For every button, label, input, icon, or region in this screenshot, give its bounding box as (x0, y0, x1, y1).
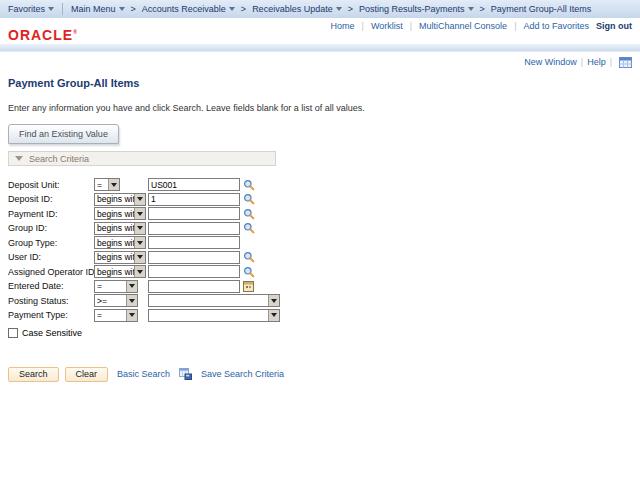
favorites-menu[interactable]: Favorites (6, 4, 56, 14)
help-link[interactable]: Help (587, 57, 606, 67)
payment-type-select[interactable] (148, 309, 280, 322)
page-instructions: Enter any information you have and click… (8, 103, 632, 113)
operator-value: = (95, 281, 126, 291)
divider: | (610, 57, 612, 67)
operator-value: = (95, 180, 108, 190)
chevron-down-icon (268, 295, 279, 306)
operator-value: = (95, 310, 126, 320)
payment-type-operator-select[interactable]: = (94, 309, 138, 322)
deposit-id-operator-select[interactable]: begins with (94, 193, 146, 206)
multichannel-console-link[interactable]: MultiChannel Console (419, 21, 507, 31)
search-row-user-id: User ID: begins with (8, 251, 632, 264)
save-search-criteria-link[interactable]: Save Search Criteria (201, 369, 284, 379)
chevron-down-icon (229, 7, 235, 11)
breadcrumb-label: Payment Group-All Items (491, 4, 592, 14)
user-id-input[interactable] (148, 251, 240, 264)
payment-type-label: Payment Type: (8, 310, 94, 320)
group-type-operator-select[interactable]: begins with (94, 236, 146, 249)
posting-status-select[interactable] (148, 294, 280, 307)
chevron-down-icon (134, 208, 145, 219)
case-sensitive-label: Case Sensitive (22, 328, 82, 338)
page-content: New Window | Help | Payment Group-All It… (0, 56, 640, 382)
registered-mark: ® (73, 29, 77, 35)
breadcrumb-item-receivables-update[interactable]: Receivables Update (250, 4, 344, 14)
favorites-label: Favorites (8, 4, 45, 14)
action-bar: Search Clear Basic Search Save Search Cr… (8, 367, 632, 382)
breadcrumb-item-posting-results[interactable]: Posting Results-Payments (357, 4, 476, 14)
deposit-unit-operator-select[interactable]: = (94, 178, 120, 191)
chevron-down-icon (108, 179, 119, 190)
entered-date-operator-select[interactable]: = (94, 280, 138, 293)
operator-value: begins with (95, 267, 134, 277)
entered-date-input[interactable] (148, 280, 240, 293)
group-id-label: Group ID: (8, 223, 94, 233)
lookup-icon[interactable] (243, 251, 255, 263)
breadcrumb: Favorites Main Menu > Accounts Receivabl… (0, 0, 640, 18)
lookup-icon[interactable] (243, 208, 255, 220)
chevron-down-icon (468, 7, 474, 11)
deposit-unit-label: Deposit Unit: (8, 180, 94, 190)
save-search-icon[interactable] (179, 368, 192, 380)
posting-status-label: Posting Status: (8, 296, 94, 306)
worklist-link[interactable]: Worklist (371, 21, 403, 31)
group-id-input[interactable] (148, 222, 240, 235)
tab-find-existing-value[interactable]: Find an Existing Value (8, 124, 119, 144)
oracle-logo: ORACLE® (8, 27, 77, 43)
header-accent-strip (0, 44, 640, 52)
search-row-deposit-unit: Deposit Unit: = (8, 178, 632, 191)
operator-value: begins with (95, 223, 134, 233)
lookup-icon[interactable] (243, 222, 255, 234)
chevron-down-icon (134, 266, 145, 277)
search-row-entered-date: Entered Date: = (8, 280, 632, 293)
search-criteria-header[interactable]: Search Criteria (8, 151, 276, 166)
user-id-label: User ID: (8, 252, 94, 262)
calendar-icon[interactable] (243, 280, 254, 292)
user-id-operator-select[interactable]: begins with (94, 251, 146, 264)
search-row-group-type: Group Type: begins with (8, 236, 632, 249)
grid-page-icon[interactable] (619, 57, 632, 68)
search-form: Deposit Unit: = Deposit ID: begins with (8, 178, 632, 338)
payment-id-label: Payment ID: (8, 209, 94, 219)
payment-id-operator-select[interactable]: begins with (94, 207, 146, 220)
assigned-operator-id-operator-select[interactable]: begins with (94, 265, 146, 278)
home-link[interactable]: Home (331, 21, 355, 31)
payment-id-input[interactable] (148, 207, 240, 220)
deposit-id-input[interactable] (148, 193, 240, 206)
search-row-posting-status: Posting Status: >= (8, 294, 632, 307)
breadcrumb-label: Posting Results-Payments (359, 4, 465, 14)
chevron-down-icon (126, 281, 137, 292)
utility-links: New Window | Help | (8, 56, 632, 68)
main-menu[interactable]: Main Menu (69, 4, 127, 14)
breadcrumb-separator: > (241, 4, 246, 14)
case-sensitive-checkbox[interactable] (8, 328, 18, 338)
breadcrumb-separator: > (131, 4, 136, 14)
add-to-favorites-link[interactable]: Add to Favorites (523, 21, 589, 31)
group-type-input[interactable] (148, 236, 240, 249)
entered-date-label: Entered Date: (8, 281, 94, 291)
breadcrumb-label: Receivables Update (252, 4, 333, 14)
search-row-group-id: Group ID: begins with (8, 222, 632, 235)
collapse-triangle-icon (15, 156, 23, 161)
assigned-operator-id-input[interactable] (148, 265, 240, 278)
search-button[interactable]: Search (8, 367, 59, 382)
group-id-operator-select[interactable]: begins with (94, 222, 146, 235)
new-window-link[interactable]: New Window (524, 57, 577, 67)
group-type-label: Group Type: (8, 238, 94, 248)
operator-value: begins with (95, 252, 134, 262)
basic-search-link[interactable]: Basic Search (117, 369, 170, 379)
clear-button[interactable]: Clear (65, 367, 109, 382)
posting-status-operator-select[interactable]: >= (94, 294, 138, 307)
lookup-icon[interactable] (243, 266, 255, 278)
chevron-down-icon (126, 310, 137, 321)
chevron-down-icon (336, 7, 342, 11)
lookup-icon[interactable] (243, 193, 255, 205)
assigned-operator-id-label: Assigned Operator ID: (8, 267, 94, 277)
search-row-assigned-operator-id: Assigned Operator ID: begins with (8, 265, 632, 278)
sign-out-link[interactable]: Sign out (596, 21, 632, 31)
lookup-icon[interactable] (243, 179, 255, 191)
operator-value: begins with (95, 194, 134, 204)
operator-value: begins with (95, 238, 134, 248)
operator-value: >= (95, 296, 126, 306)
breadcrumb-item-accounts-receivable[interactable]: Accounts Receivable (140, 4, 237, 14)
deposit-unit-input[interactable] (148, 178, 240, 191)
